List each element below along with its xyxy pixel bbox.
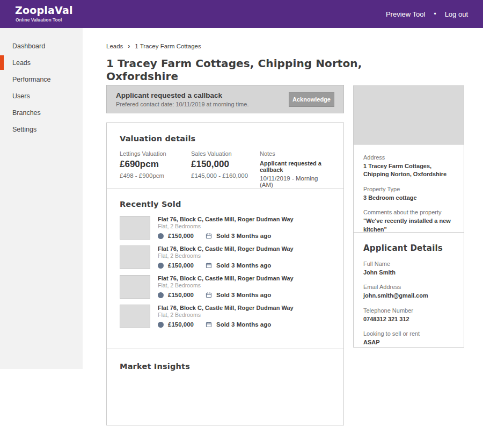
sold-property-title: Flat 76, Block C, Castle Mill, Roger Dud…: [158, 245, 294, 252]
sold-date: Sold 3 Months ago: [216, 233, 271, 239]
app-header: ZooplaVal Online Valuation Tool Preview …: [0, 0, 483, 28]
lettings-valuation-range: £498 - £900pcm: [120, 172, 191, 179]
callback-banner-title: Applicant requested a callback: [116, 91, 289, 99]
sidebar-item[interactable]: Users: [0, 88, 83, 104]
nav-separator-dot: •: [434, 10, 436, 18]
sold-price: £150,000: [168, 321, 194, 328]
sales-valuation-column: Sales Valuation £150,000 £145,000 - £160…: [191, 150, 260, 188]
header-nav: Preview Tool • Log out: [386, 10, 468, 18]
sold-property-row[interactable]: Flat 76, Block C, Castle Mill, Roger Dud…: [120, 245, 331, 269]
applicant-field-value: 0748312 321 312: [363, 315, 454, 323]
sold-property-subtitle: Flat, 2 Bedrooms: [158, 252, 294, 259]
valuation-section: Valuation details Lettings Valuation £69…: [107, 123, 343, 189]
calendar-icon: [206, 292, 212, 298]
sidebar-nav: Dashboard Leads Performance Users Branch…: [0, 28, 83, 369]
applicant-field: Full Name John Smith: [363, 261, 454, 277]
sidebar-item[interactable]: Settings: [0, 121, 83, 138]
sold-property-meta: £150,000 Sold 3 Months ago: [158, 262, 294, 269]
lettings-valuation-column: Lettings Valuation £690pcm £498 - £900pc…: [120, 150, 191, 188]
sold-property-title: Flat 76, Block C, Castle Mill, Roger Dud…: [158, 305, 294, 311]
notes-column: Notes Applicant requested a callback 10/…: [260, 150, 331, 188]
calendar-icon: [206, 262, 212, 269]
sidebar-item[interactable]: Leads: [0, 54, 83, 71]
sidebar-item-label: Performance: [12, 76, 51, 83]
calendar-icon: [206, 321, 212, 328]
market-insights-section: Market Insights: [107, 349, 343, 371]
property-thumbnail: [120, 216, 150, 240]
app-logo[interactable]: ZooplaVal Online Valuation Tool: [15, 5, 73, 23]
sold-property-meta: £150,000 Sold 3 Months ago: [158, 321, 294, 328]
applicant-field: Telephone Number 0748312 321 312: [363, 307, 454, 323]
property-photo-placeholder: [354, 86, 464, 144]
lettings-valuation-value: £690pcm: [120, 159, 191, 170]
property-field-label: Comments about the property: [363, 209, 454, 215]
callback-banner-text: Applicant requested a callback Prefered …: [116, 91, 289, 107]
property-field: Comments about the property "We've recen…: [363, 209, 454, 234]
sold-date: Sold 3 Months ago: [216, 321, 271, 328]
property-field-value: 3 Bedroom cottage: [363, 194, 454, 202]
sold-price: £150,000: [168, 292, 194, 298]
preview-tool-link[interactable]: Preview Tool: [386, 10, 425, 18]
property-field: Property Type 3 Bedroom cottage: [363, 186, 454, 202]
sidebar-item-label: Branches: [12, 109, 41, 117]
logo-subtitle: Online Valuation Tool: [16, 17, 73, 23]
breadcrumb-current: 1 Tracey Farm Cottages: [135, 43, 201, 49]
sold-property-subtitle: Flat, 2 Bedrooms: [158, 223, 294, 229]
sold-property-info: Flat 76, Block C, Castle Mill, Roger Dud…: [158, 216, 294, 240]
sold-property-subtitle: Flat, 2 Bedrooms: [158, 312, 294, 318]
sales-valuation-value: £150,000: [191, 159, 260, 170]
sold-property-meta: £150,000 Sold 3 Months ago: [158, 233, 294, 239]
property-field-label: Property Type: [363, 186, 454, 192]
recently-sold-section: Recently Sold Flat 76, Block C, Castle M…: [107, 189, 343, 349]
property-thumbnail: [120, 245, 150, 269]
recently-sold-heading: Recently Sold: [120, 200, 331, 208]
acknowledge-button[interactable]: Acknowledge: [289, 92, 334, 107]
sidebar-item[interactable]: Performance: [0, 71, 83, 88]
recently-sold-list: Flat 76, Block C, Castle Mill, Roger Dud…: [120, 216, 331, 328]
applicant-field-value: ASAP: [363, 338, 454, 346]
lettings-valuation-label: Lettings Valuation: [120, 150, 191, 157]
callback-banner: Applicant requested a callback Prefered …: [106, 85, 344, 113]
applicant-details-panel: Applicant Details Full Name John Smith E…: [353, 232, 464, 348]
chevron-right-icon: ›: [128, 43, 130, 49]
applicant-details-heading: Applicant Details: [363, 243, 454, 253]
notes-label: Notes: [260, 150, 331, 157]
sold-property-row[interactable]: Flat 76, Block C, Castle Mill, Roger Dud…: [120, 275, 331, 299]
calendar-icon: [206, 233, 212, 239]
price-dot-icon: [158, 322, 164, 328]
price-dot-icon: [158, 292, 164, 298]
applicant-field-label: Full Name: [363, 261, 454, 267]
sidebar-item[interactable]: Branches: [0, 104, 83, 121]
page-title: 1 Tracey Farm Cottages, Chipping Norton,…: [106, 57, 407, 83]
sales-valuation-label: Sales Valuation: [191, 150, 260, 157]
applicant-field: Email Address john.smith@gmail.com: [363, 284, 454, 300]
sold-property-subtitle: Flat, 2 Bedrooms: [158, 282, 294, 288]
market-insights-heading: Market Insights: [120, 362, 331, 371]
property-summary-fields: Address 1 Tracey Farm Cottages, Chipping…: [354, 144, 464, 242]
property-thumbnail: [120, 275, 150, 299]
breadcrumb-parent[interactable]: Leads: [106, 43, 123, 49]
sidebar-item[interactable]: Dashboard: [0, 38, 83, 54]
price-dot-icon: [158, 263, 164, 269]
property-summary-panel: Address 1 Tracey Farm Cottages, Chipping…: [353, 85, 464, 243]
applicant-field: Looking to sell or rent ASAP: [363, 330, 454, 346]
sold-price: £150,000: [168, 233, 194, 239]
applicant-field-value: John Smith: [363, 269, 454, 277]
sold-property-row[interactable]: Flat 76, Block C, Castle Mill, Roger Dud…: [120, 305, 331, 328]
sidebar-item-label: Settings: [12, 126, 36, 133]
property-field-value: "We've recently installed a new kitchen": [363, 217, 454, 234]
sold-property-title: Flat 76, Block C, Castle Mill, Roger Dud…: [158, 216, 294, 222]
log-out-link[interactable]: Log out: [445, 10, 468, 18]
sold-property-row[interactable]: Flat 76, Block C, Castle Mill, Roger Dud…: [120, 216, 331, 240]
sold-property-info: Flat 76, Block C, Castle Mill, Roger Dud…: [158, 245, 294, 269]
property-field-label: Address: [363, 154, 454, 161]
applicant-field-value: john.smith@gmail.com: [363, 292, 454, 300]
sidebar-item-label: Users: [12, 92, 30, 100]
sold-property-meta: £150,000 Sold 3 Months ago: [158, 292, 294, 298]
applicant-field-label: Telephone Number: [363, 307, 454, 314]
logo-title: ZooplaVal: [15, 5, 73, 16]
property-field: Address 1 Tracey Farm Cottages, Chipping…: [363, 154, 454, 179]
valuation-heading: Valuation details: [120, 134, 331, 143]
callback-banner-subtitle: Prefered contact date: 10/11/2019 at mor…: [116, 101, 289, 107]
notes-callback-text: Applicant requested a callback: [260, 160, 331, 173]
